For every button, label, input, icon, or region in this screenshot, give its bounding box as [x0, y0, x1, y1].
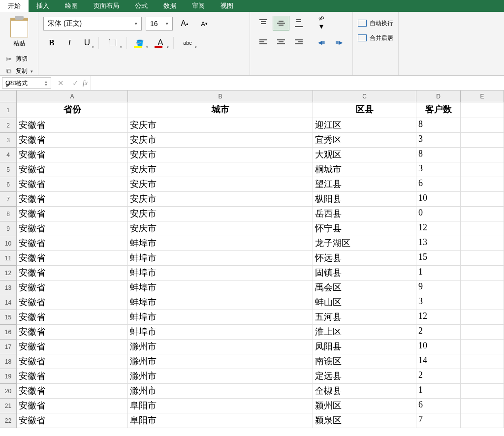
cell[interactable]: [461, 148, 504, 162]
column-header-B[interactable]: B: [128, 91, 313, 102]
column-header-A[interactable]: A: [17, 91, 128, 102]
column-header-E[interactable]: E: [461, 91, 504, 102]
tab-insert[interactable]: 插入: [29, 0, 57, 12]
orientation-button[interactable]: ▾: [313, 16, 330, 31]
align-left-button[interactable]: [255, 34, 272, 49]
cell[interactable]: 安庆市: [128, 221, 313, 236]
cell[interactable]: 安庆市: [128, 207, 313, 221]
cell[interactable]: 全椒县: [313, 384, 416, 399]
cell[interactable]: 枞阳县: [313, 192, 416, 207]
cell[interactable]: 1: [416, 384, 461, 399]
cell[interactable]: 1: [416, 266, 461, 280]
row-header[interactable]: 21: [0, 399, 17, 413]
cell[interactable]: [461, 133, 504, 148]
cell[interactable]: 安徽省: [17, 221, 128, 236]
tab-layout[interactable]: 页面布局: [86, 0, 127, 12]
cell[interactable]: 颍州区: [313, 399, 416, 413]
cell[interactable]: 岳西县: [313, 207, 416, 221]
row-header[interactable]: 14: [0, 295, 17, 310]
cell[interactable]: 安徽省: [17, 354, 128, 369]
cell[interactable]: 安徽省: [17, 236, 128, 251]
cell[interactable]: 安庆市: [128, 177, 313, 192]
cell[interactable]: 蚌埠市: [128, 280, 313, 295]
cell[interactable]: 安徽省: [17, 207, 128, 221]
column-header-D[interactable]: D: [416, 91, 461, 102]
cell[interactable]: 8: [416, 118, 461, 133]
cell[interactable]: 大观区: [313, 148, 416, 162]
cell[interactable]: 10: [416, 192, 461, 207]
row-header[interactable]: 11: [0, 251, 17, 266]
cell[interactable]: 滁州市: [128, 369, 313, 384]
cell[interactable]: 怀宁县: [313, 221, 416, 236]
cell[interactable]: 安徽省: [17, 399, 128, 413]
cell[interactable]: 阜阳市: [128, 399, 313, 413]
cell[interactable]: [461, 162, 504, 177]
increase-font-button[interactable]: A▴: [177, 17, 192, 31]
bold-button[interactable]: B: [43, 35, 60, 50]
header-cell-province[interactable]: 省份: [17, 102, 128, 118]
row-header[interactable]: 18: [0, 354, 17, 369]
cell[interactable]: 12: [416, 221, 461, 236]
cell[interactable]: 怀远县: [313, 251, 416, 266]
tab-review[interactable]: 审阅: [184, 0, 213, 12]
cell[interactable]: [461, 280, 504, 295]
cell[interactable]: 宜秀区: [313, 133, 416, 148]
font-size-select[interactable]: 16 ▾: [146, 17, 173, 31]
row-header[interactable]: 13: [0, 280, 17, 295]
cell[interactable]: 安徽省: [17, 177, 128, 192]
cell[interactable]: 3: [416, 133, 461, 148]
cell[interactable]: 10: [416, 340, 461, 354]
underline-button[interactable]: U ▾: [79, 35, 95, 50]
cut-button[interactable]: ✂ 剪切: [5, 55, 33, 63]
row-header[interactable]: 19: [0, 369, 17, 384]
cell[interactable]: 15: [416, 251, 461, 266]
decrease-indent-button[interactable]: [313, 34, 330, 49]
select-all-corner[interactable]: [0, 91, 17, 102]
cell[interactable]: 滁州市: [128, 340, 313, 354]
font-name-select[interactable]: 宋体 (正文) ▾: [43, 17, 142, 31]
cell[interactable]: 安徽省: [17, 325, 128, 340]
cell[interactable]: 蚌埠市: [128, 295, 313, 310]
cell[interactable]: 安徽省: [17, 295, 128, 310]
fx-label[interactable]: fx: [83, 79, 91, 87]
cell[interactable]: 3: [416, 295, 461, 310]
cell[interactable]: 6: [416, 399, 461, 413]
cell[interactable]: [461, 102, 504, 118]
accept-formula-button[interactable]: ✓: [68, 79, 83, 88]
row-header[interactable]: 17: [0, 340, 17, 354]
row-header[interactable]: 10: [0, 236, 17, 251]
tab-home[interactable]: 开始: [0, 0, 29, 12]
grid-body[interactable]: 省份城市区县客户数安徽省安庆市迎江区8安徽省安庆市宜秀区3安徽省安庆市大观区8安…: [17, 102, 504, 428]
cell[interactable]: 12: [416, 310, 461, 325]
row-header[interactable]: 9: [0, 221, 17, 236]
cell[interactable]: 安庆市: [128, 148, 313, 162]
cell[interactable]: [461, 325, 504, 340]
row-header[interactable]: 8: [0, 207, 17, 221]
cell[interactable]: 蚌山区: [313, 295, 416, 310]
copy-button[interactable]: ⧉ 复制 ▾: [5, 67, 33, 75]
tab-data[interactable]: 数据: [156, 0, 184, 12]
cell[interactable]: 滁州市: [128, 354, 313, 369]
cell[interactable]: 桐城市: [313, 162, 416, 177]
column-header-C[interactable]: C: [313, 91, 416, 102]
cell[interactable]: [461, 413, 504, 428]
align-middle-button[interactable]: [273, 16, 289, 31]
cell[interactable]: 7: [416, 413, 461, 428]
cell[interactable]: 五河县: [313, 310, 416, 325]
cell[interactable]: 安徽省: [17, 384, 128, 399]
cell[interactable]: 滁州市: [128, 384, 313, 399]
cell[interactable]: [461, 369, 504, 384]
cell[interactable]: 南谯区: [313, 354, 416, 369]
increase-indent-button[interactable]: [331, 34, 347, 49]
header-cell-district[interactable]: 区县: [313, 102, 416, 118]
cell[interactable]: 蚌埠市: [128, 310, 313, 325]
cell[interactable]: 安庆市: [128, 162, 313, 177]
cancel-formula-button[interactable]: ✕: [53, 79, 68, 88]
cell[interactable]: [461, 340, 504, 354]
cell[interactable]: 安庆市: [128, 133, 313, 148]
cell[interactable]: 蚌埠市: [128, 266, 313, 280]
row-header[interactable]: 5: [0, 162, 17, 177]
cell[interactable]: 安徽省: [17, 280, 128, 295]
tab-draw[interactable]: 绘图: [57, 0, 86, 12]
cell[interactable]: 3: [416, 162, 461, 177]
